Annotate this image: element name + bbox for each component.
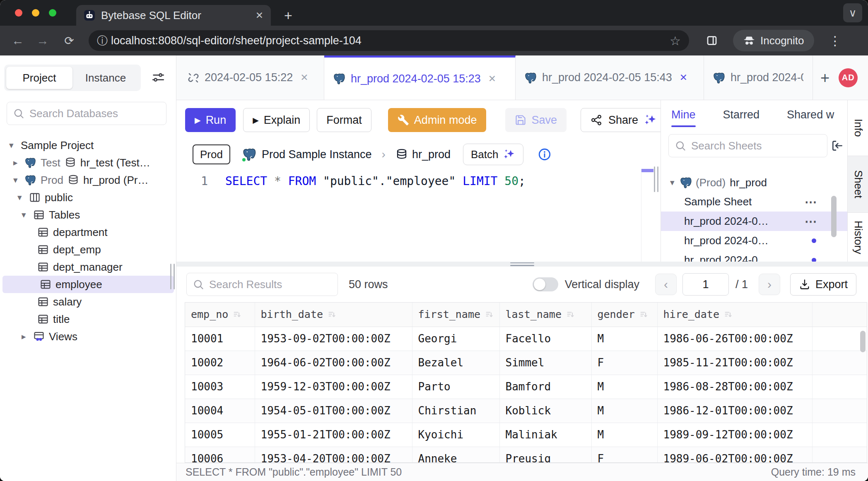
sidebar-tree-item-hr_test-test-[interactable]: ▸Testhr_test (Test…	[0, 154, 176, 171]
column-header-first_name[interactable]: first_name	[412, 303, 499, 327]
table-cell[interactable]: 1985-11-21T00:00:00Z	[657, 351, 812, 375]
worksheet-tab-3[interactable]: hr_prod 2024-02-05 15:43✕	[516, 55, 704, 100]
sheet-item-2[interactable]: hr_prod 2024-0…⋯	[661, 212, 847, 231]
vertical-display-toggle[interactable]	[533, 277, 558, 291]
column-header-emp_no[interactable]: emp_no	[185, 303, 255, 327]
back-button[interactable]: ←	[11, 34, 25, 48]
save-button[interactable]: Save	[505, 108, 567, 132]
reload-button[interactable]: ⟳	[62, 34, 76, 48]
site-info-icon[interactable]: ⓘ	[97, 34, 111, 48]
sidebar-tree-item-public[interactable]: ▾public	[0, 189, 176, 206]
table-cell[interactable]: Bamford	[499, 375, 591, 399]
editor-panel-resize-handle[interactable]	[654, 166, 658, 192]
table-cell[interactable]: Facello	[499, 327, 591, 351]
table-cell[interactable]: F	[591, 351, 657, 375]
next-page-button[interactable]: ›	[759, 274, 780, 295]
new-tab-button[interactable]: +	[284, 6, 292, 25]
table-cell[interactable]: Anneke	[412, 447, 499, 463]
table-cell[interactable]: 10003	[185, 375, 255, 399]
sidebar-tree-item-salary[interactable]: salary	[0, 293, 176, 310]
sidebar-tree-item-sample-project[interactable]: ▾Sample Project	[0, 137, 176, 154]
close-tab-icon[interactable]: ✕	[680, 72, 687, 83]
caret-down-icon[interactable]: ▾	[19, 210, 33, 220]
export-button[interactable]: Export	[790, 273, 856, 296]
sidebar-tree-item-dept_manager[interactable]: dept_manager	[0, 258, 176, 276]
pane-divider[interactable]	[176, 262, 868, 267]
worksheet-tab-2[interactable]: hr_prod 2024-02-05 15:23✕	[324, 55, 516, 100]
sidebar-tree-item-department[interactable]: department	[0, 224, 176, 241]
sheet-list-scrollbar[interactable]	[831, 196, 837, 237]
prev-page-button[interactable]: ‹	[655, 274, 677, 295]
table-cell[interactable]: Chirstian	[412, 399, 499, 423]
table-cell[interactable]: 1959-12-03T00:00:00Z	[255, 375, 412, 399]
sheet-item-menu-icon[interactable]: ⋯	[805, 200, 817, 204]
column-header-last_name[interactable]: last_name	[499, 303, 591, 327]
explain-button[interactable]: ▶ Explain	[243, 108, 310, 132]
sidebar-tree-item-hr_prod-pr-[interactable]: ▾Prodhr_prod (Pr…	[0, 171, 176, 189]
table-cell[interactable]: Georgi	[412, 327, 499, 351]
format-button[interactable]: Format	[317, 108, 371, 132]
browser-menu-icon[interactable]: ⋮	[829, 34, 841, 48]
sheet-item-1[interactable]: Sample Sheet⋯	[661, 192, 847, 212]
add-worksheet-button[interactable]: +	[820, 70, 829, 86]
table-cell[interactable]: M	[591, 423, 657, 447]
table-cell[interactable]: Kyoichi	[412, 423, 499, 447]
database-name[interactable]: hr_prod	[412, 148, 451, 161]
sidebar-tree-item-views[interactable]: ▸Views	[0, 328, 176, 345]
rail-tab-sheet[interactable]: Sheet	[848, 156, 868, 213]
sort-icon[interactable]	[723, 310, 733, 320]
run-button[interactable]: ▶ Run	[185, 108, 236, 132]
share-button[interactable]: Share	[581, 108, 667, 132]
tab-shared-with-me[interactable]: Shared w	[787, 108, 834, 121]
sidebar-tree-item-employee[interactable]: employee	[2, 276, 174, 293]
admin-mode-button[interactable]: Admin mode	[388, 108, 487, 132]
tab-starred[interactable]: Starred	[723, 108, 760, 121]
database-search[interactable]	[7, 102, 166, 125]
table-cell[interactable]: Parto	[412, 375, 499, 399]
sort-icon[interactable]	[232, 310, 242, 320]
tab-project[interactable]: Project	[6, 67, 72, 89]
table-cell[interactable]: 1986-06-26T00:00:00Z	[657, 327, 812, 351]
window-minimize-button[interactable]	[32, 9, 39, 17]
connection-info-icon[interactable]	[538, 147, 552, 161]
table-cell[interactable]: Simmel	[499, 351, 591, 375]
sheet-search-input[interactable]	[690, 139, 821, 153]
sort-icon[interactable]	[485, 310, 494, 320]
table-cell[interactable]: 10002	[185, 351, 255, 375]
table-cell[interactable]: 10004	[185, 399, 255, 423]
window-close-button[interactable]	[15, 9, 22, 17]
window-zoom-button[interactable]	[49, 9, 56, 17]
column-header-hire_date[interactable]: hire_date	[657, 303, 812, 327]
table-cell[interactable]: 1989-09-12T00:00:00Z	[657, 423, 812, 447]
table-cell[interactable]: 1986-08-28T00:00:00Z	[657, 375, 812, 399]
bookmark-star-icon[interactable]: ☆	[670, 34, 681, 48]
sidebar-tree-item-title[interactable]: title	[0, 310, 176, 328]
ai-sparkle-icon[interactable]	[644, 113, 657, 127]
sidebar-tree-item-tables[interactable]: ▾Tables	[0, 206, 176, 224]
caret-right-icon[interactable]: ▸	[11, 158, 25, 168]
caret-down-icon[interactable]: ▾	[15, 192, 29, 202]
sheet-item-menu-icon[interactable]: ⋯	[805, 219, 817, 224]
table-cell[interactable]: 1955-01-21T00:00:00Z	[255, 423, 412, 447]
caret-down-icon[interactable]: ▾	[11, 175, 25, 185]
filter-sliders-icon[interactable]	[151, 70, 165, 84]
caret-right-icon[interactable]: ▸	[19, 332, 33, 342]
table-cell[interactable]: 10001	[185, 327, 255, 351]
table-cell[interactable]: 1953-09-02T00:00:00Z	[255, 327, 412, 351]
environment-badge[interactable]: Prod	[193, 144, 230, 164]
table-cell[interactable]: 1989-06-02T00:00:00Z	[657, 447, 812, 463]
browser-tab-close-icon[interactable]: ✕	[251, 10, 263, 21]
results-search[interactable]	[186, 273, 338, 296]
sheet-item-4[interactable]: hr_prod 2024-0	[661, 250, 847, 262]
table-cell[interactable]: 1964-06-02T00:00:00Z	[255, 351, 412, 375]
batch-button[interactable]: Batch	[463, 144, 524, 165]
tab-instance[interactable]: Instance	[72, 67, 139, 89]
table-cell[interactable]: Maliniak	[499, 423, 591, 447]
sort-icon[interactable]	[566, 310, 576, 320]
table-cell[interactable]: M	[591, 327, 657, 351]
result-table-scrollbar[interactable]	[860, 331, 866, 352]
user-avatar[interactable]: AD	[839, 68, 858, 87]
caret-down-icon[interactable]: ▾	[7, 140, 21, 150]
sidebar-tree-item-dept_emp[interactable]: dept_emp	[0, 241, 176, 258]
minimap-slider[interactable]	[641, 169, 653, 172]
